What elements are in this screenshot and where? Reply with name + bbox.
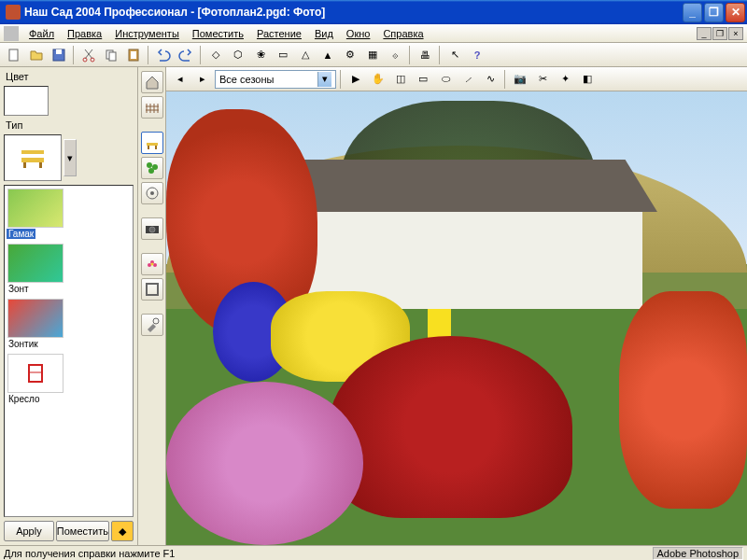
menu-window[interactable]: Окно [340,26,377,41]
camera-tool[interactable]: 📷 [510,69,530,90]
item-label: Кресло [7,394,41,404]
type-dropdown-button[interactable]: ▾ [63,139,77,176]
svg-rect-13 [29,365,42,382]
svg-point-28 [150,263,153,266]
main-toolbar: ◇ ⬡ ❀ ▭ △ ▲ ⚙ ▦ ⟐ 🖶 ↖ ? [0,43,747,67]
tool-a-button[interactable]: ◇ [205,45,226,65]
list-item[interactable]: Гамак [5,186,133,241]
menu-plant[interactable]: Растение [250,26,308,41]
help-button[interactable]: ? [467,45,487,65]
svg-point-22 [150,191,154,195]
svg-rect-29 [147,284,158,295]
cat-fence-button[interactable] [141,96,163,119]
rect-select-tool[interactable]: ▭ [413,69,433,90]
item-thumb [7,189,63,228]
lasso-tool[interactable]: ⬭ [435,69,456,90]
color-swatch[interactable] [4,86,49,116]
svg-point-24 [149,227,155,232]
app-icon [6,5,21,20]
hand-tool[interactable]: ✋ [368,69,388,90]
cat-misc-button[interactable] [141,182,163,204]
menu-view[interactable]: Вид [308,26,340,41]
bush-object [166,382,363,545]
tool-b-button[interactable]: ⬡ [228,45,248,65]
curve-tool[interactable]: ∿ [480,69,500,90]
season-value: Все сезоны [219,74,274,85]
photo-canvas[interactable] [166,91,747,545]
svg-rect-11 [39,162,42,168]
category-toolbar [138,67,166,545]
item-label: Зонтик [7,339,40,349]
close-button[interactable]: ✕ [726,3,745,22]
tool-c-button[interactable]: ❀ [250,45,271,65]
save-button[interactable] [49,45,69,65]
cat-tool-button[interactable] [141,314,163,336]
maximize-button[interactable]: ❐ [704,3,724,22]
item-thumb [7,299,63,338]
cut-button[interactable] [78,45,99,65]
season-dropdown[interactable]: Все сезоны ▾ [215,70,336,89]
open-button[interactable] [26,45,47,65]
item-label: Гамак [7,229,35,239]
print-button[interactable]: 🖶 [415,45,435,65]
tool-g-button[interactable]: ⚙ [340,45,360,65]
menu-tools[interactable]: Инструменты [108,26,186,41]
color-label: Цвет [2,69,135,84]
cat-frame-button[interactable] [141,278,163,301]
tool-d-button[interactable]: ▭ [273,45,293,65]
bush-object [619,291,747,509]
nav-right-button[interactable]: ▸ [192,69,213,90]
cut-tool[interactable]: ✂ [532,69,553,90]
doc-close-button[interactable]: × [728,27,743,40]
object-list[interactable]: Гамак Зонт Зонтик Кресло [4,185,134,517]
menu-edit[interactable]: Правка [61,26,108,41]
copy-button[interactable] [101,45,121,65]
paste-button[interactable] [123,45,144,65]
new-button[interactable] [4,45,24,65]
svg-rect-0 [9,49,18,61]
doc-restore-button[interactable]: ❐ [712,27,727,40]
svg-rect-8 [131,51,136,59]
warning-button[interactable]: ◆ [111,521,134,541]
list-item[interactable]: Зонтик [5,296,133,351]
tool-i-button[interactable]: ⟐ [385,45,405,65]
svg-point-27 [153,263,157,267]
marquee-tool[interactable]: ◫ [390,69,411,90]
type-label: Тип [2,118,135,133]
tool-h-button[interactable]: ▦ [362,45,383,65]
status-text: Для получения справки нажмите F1 [4,548,175,559]
cat-plants-button[interactable] [141,157,163,179]
cat-flower-button[interactable] [141,253,163,275]
redo-button[interactable] [176,45,196,65]
minimize-button[interactable]: _ [683,3,702,22]
polyline-tool[interactable]: ⟋ [458,69,478,90]
gradient-tool[interactable]: ◧ [577,69,598,90]
undo-button[interactable] [153,45,174,65]
menu-help[interactable]: Справка [376,26,430,41]
menu-place[interactable]: Поместить [186,26,250,41]
svg-rect-17 [155,146,157,149]
tool-e-button[interactable]: △ [295,45,316,65]
pointer-button[interactable]: ↖ [444,45,465,65]
tool-f-button[interactable]: ▲ [317,45,338,65]
cat-house-button[interactable] [141,71,163,93]
menu-file[interactable]: Файл [22,26,61,41]
apply-button[interactable]: Apply [4,521,54,541]
cat-camera-button[interactable] [141,217,163,240]
place-button[interactable]: Поместить [56,521,109,541]
svg-rect-9 [21,158,44,162]
select-tool[interactable]: ▶ [345,69,366,90]
bench-icon [16,145,49,171]
document-icon[interactable] [4,26,19,41]
svg-point-18 [147,162,152,168]
list-item[interactable]: Зонт [5,241,133,296]
type-selector[interactable] [4,134,62,181]
canvas-toolbar: ◂ ▸ Все сезоны ▾ ▶ ✋ ◫ ▭ ⬭ ⟋ ∿ 📷 ✂ ✦ ◧ [166,67,747,91]
bush-object [329,336,572,517]
svg-rect-10 [23,162,26,168]
nav-left-button[interactable]: ◂ [170,69,190,90]
list-item[interactable]: Кресло [5,351,133,406]
doc-minimize-button[interactable]: _ [697,27,712,40]
cat-furniture-button[interactable] [141,132,163,154]
magic-tool[interactable]: ✦ [555,69,575,90]
